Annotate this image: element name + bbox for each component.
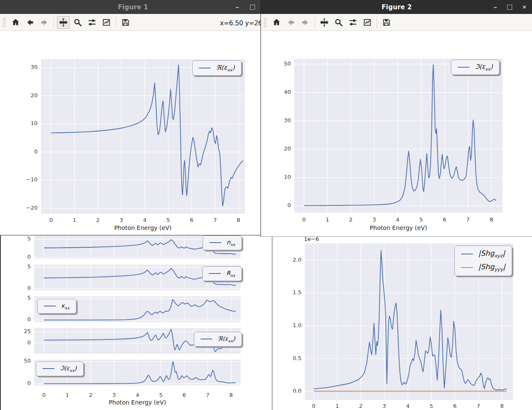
y-tick-label: 40	[269, 89, 291, 95]
toolbar-separator	[377, 17, 377, 28]
subplots-button[interactable]	[361, 16, 374, 29]
home-icon	[272, 18, 281, 27]
figure2-toolbar	[261, 14, 532, 31]
zoom-button[interactable]	[332, 16, 345, 29]
desktop: 05nxx05Rxx05κxx025ℜ(εxx)050012345678Phot…	[0, 0, 532, 410]
figure2-titlebar[interactable]: Figure 2 – ✕	[261, 0, 532, 14]
minimize-button[interactable]: –	[490, 2, 500, 12]
save-icon	[382, 18, 391, 27]
zoom-icon	[334, 18, 343, 27]
figure2-layer: Figure 2 – ✕ 01020304050012345678Photon …	[0, 0, 532, 410]
close-icon: ✕	[522, 5, 527, 10]
x-tick-label: 3	[366, 216, 383, 223]
x-tick-label: 0	[296, 216, 312, 223]
back-icon	[286, 18, 296, 27]
x-tick-label: 8	[483, 216, 500, 223]
legend-entry: ℑ(εxx)	[458, 63, 493, 71]
im_eps-line	[304, 65, 496, 205]
toolbar-separator	[315, 17, 315, 28]
y-tick-label: 50	[269, 60, 291, 67]
legend-label: ℑ(εxx)	[475, 63, 493, 71]
pan-button[interactable]	[318, 16, 331, 29]
figure2-title: Figure 2	[382, 3, 412, 11]
configure-icon	[348, 18, 358, 27]
maximize-icon	[507, 5, 512, 10]
subplots-icon	[363, 18, 372, 27]
y-tick-label: 0	[269, 202, 291, 208]
close-button[interactable]: ✕	[520, 3, 529, 12]
forward-icon	[301, 18, 310, 27]
save-button[interactable]	[380, 16, 393, 29]
figure2-axes[interactable]	[294, 59, 502, 213]
home-button[interactable]	[270, 16, 283, 29]
x-tick-label: 7	[459, 216, 476, 223]
maximize-button[interactable]	[505, 2, 515, 12]
legend-line-swatch	[458, 67, 470, 68]
legend[interactable]: ℑ(εxx)	[451, 60, 499, 75]
y-tick-label: 10	[269, 174, 291, 180]
configure-button[interactable]	[347, 16, 359, 29]
x-tick-label: 2	[342, 216, 359, 223]
x-tick-label: 4	[389, 216, 406, 223]
x-axis-label: Photon Energy (eV)	[294, 224, 502, 231]
x-tick-label: 1	[319, 216, 336, 223]
x-tick-label: 5	[413, 216, 429, 223]
y-tick-label: 20	[269, 145, 291, 152]
back-button[interactable]	[285, 16, 297, 29]
x-tick-label: 6	[436, 216, 453, 223]
toolbar-grip[interactable]	[263, 17, 266, 27]
y-tick-label: 30	[269, 117, 291, 123]
forward-button[interactable]	[299, 16, 312, 29]
pan-icon	[320, 18, 329, 27]
